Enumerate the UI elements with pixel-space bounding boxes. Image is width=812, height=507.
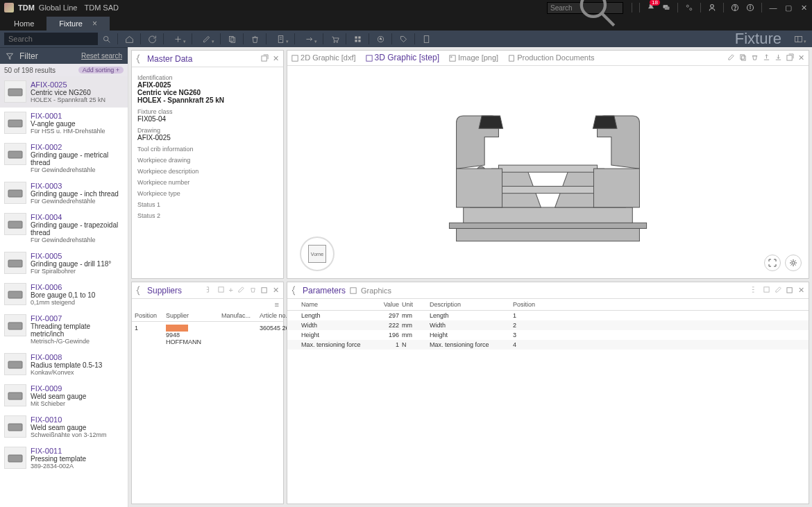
graphics-tab[interactable]: Graphics xyxy=(361,286,391,295)
tree-icon[interactable] xyxy=(751,286,759,293)
tab-image[interactable]: Image [png] xyxy=(449,53,498,62)
download-icon[interactable] xyxy=(775,53,782,61)
item-sub: HOLEX - Spannkraft 25 kN xyxy=(31,96,124,103)
popout-icon[interactable] xyxy=(261,286,269,293)
item-thumb xyxy=(4,415,26,438)
item-code: AFIX-0025 xyxy=(31,80,124,89)
tree-icon[interactable] xyxy=(205,286,213,293)
nav-icon[interactable] xyxy=(217,286,225,293)
fullscreen-button[interactable] xyxy=(764,255,781,271)
table-row[interactable]: Length 297 mm Length 1 xyxy=(287,311,809,320)
list-item[interactable]: FIX-0010 Weld seam gauge Schweißnähte vo… xyxy=(0,411,128,442)
edit-icon[interactable] xyxy=(775,286,782,293)
list-item[interactable]: AFIX-0025 Centric vice NG260 HOLEX - Spa… xyxy=(0,76,128,108)
upload-icon[interactable] xyxy=(763,53,770,61)
document-tabs: Home Fixture × xyxy=(0,15,812,31)
table-row[interactable]: Height 196 mm Height 3 xyxy=(287,330,809,340)
list-item[interactable]: FIX-0003 Grinding gauge - inch thread Fü… xyxy=(0,178,128,209)
results-list[interactable]: AFIX-0025 Centric vice NG260 HOLEX - Spa… xyxy=(0,76,128,507)
edit-button[interactable] xyxy=(196,32,216,46)
add-sorting-button[interactable]: Add sorting + xyxy=(78,67,124,74)
list-item[interactable]: FIX-0009 Weld seam gauge Mit Schieber xyxy=(0,380,128,411)
panel-close-icon[interactable]: ✕ xyxy=(798,286,804,295)
refresh-button[interactable] xyxy=(145,32,159,46)
nav-icon[interactable] xyxy=(763,286,770,293)
settings-icon[interactable] xyxy=(685,3,693,12)
panel-close-icon[interactable]: ✕ xyxy=(273,286,279,295)
3d-viewport[interactable]: Vorne xyxy=(287,66,809,278)
global-search[interactable]: Search xyxy=(547,2,623,14)
list-item[interactable]: FIX-0006 Bore gauge 0,1 to 10 0,1mm stei… xyxy=(0,279,128,310)
list-item[interactable]: FIX-0011 Pressing template 389-2834-002A xyxy=(0,442,128,474)
close-button[interactable]: ✕ xyxy=(800,3,808,12)
list-item[interactable]: FIX-0004 Grinding gauge - trapezoidal th… xyxy=(0,209,128,248)
user-icon[interactable] xyxy=(708,3,716,12)
doc-button[interactable] xyxy=(271,32,290,46)
table-row[interactable]: Width 222 mm Width 2 xyxy=(287,320,809,330)
col-manufac[interactable]: Manufac... xyxy=(221,312,260,319)
minimize-button[interactable]: — xyxy=(769,3,777,12)
master-data-panel: Master Data ✕ IdentificationAFIX-0025Cen… xyxy=(131,50,284,279)
info-icon[interactable] xyxy=(746,3,754,12)
notifications-button[interactable]: 18 xyxy=(647,3,655,12)
popout-icon[interactable] xyxy=(786,286,794,293)
col-name[interactable]: Name xyxy=(301,301,364,308)
col-position[interactable]: Position xyxy=(135,312,166,319)
layout-button[interactable] xyxy=(788,32,808,46)
parameters-title[interactable]: Parameters xyxy=(303,286,346,295)
share-button[interactable] xyxy=(299,32,319,46)
col-supplier[interactable]: Supplier xyxy=(166,312,221,319)
add-button[interactable] xyxy=(168,32,187,46)
tab-3d[interactable]: 3D Graphic [step] xyxy=(366,53,439,62)
tab-2d[interactable]: 2D Graphic [dxf] xyxy=(291,53,356,62)
trash-icon[interactable] xyxy=(249,286,257,293)
grid-button[interactable] xyxy=(350,32,364,46)
view-cube[interactable]: Vorne xyxy=(300,237,335,271)
add-icon[interactable]: + xyxy=(229,286,233,295)
delete-button[interactable] xyxy=(248,32,262,46)
list-item[interactable]: FIX-0001 V-angle gauge Für HSS u. HM-Dre… xyxy=(0,108,128,139)
field-value: HOLEX - Spannkraft 25 kN xyxy=(137,96,278,104)
list-item[interactable]: FIX-0002 Grinding gauge - metrical threa… xyxy=(0,139,128,178)
compass-button[interactable] xyxy=(373,32,387,46)
popout-icon[interactable] xyxy=(786,53,794,61)
popout-icon[interactable] xyxy=(261,54,269,62)
reset-search-link[interactable]: Reset search xyxy=(81,52,122,60)
tab-home[interactable]: Home xyxy=(1,17,46,31)
tag-button[interactable] xyxy=(396,32,410,46)
col-unit[interactable]: Unit xyxy=(402,301,430,308)
list-item[interactable]: FIX-0007 Threading template metric/inch … xyxy=(0,310,128,349)
tab-fixture[interactable]: Fixture × xyxy=(46,17,110,31)
chat-icon[interactable] xyxy=(662,3,670,12)
copy-button[interactable] xyxy=(225,32,239,46)
list-item[interactable]: FIX-0005 Grinding gauge - drill 118° Für… xyxy=(0,248,128,279)
col-pos[interactable]: Position xyxy=(513,301,555,308)
help-icon[interactable] xyxy=(731,3,739,12)
edit-icon[interactable] xyxy=(237,286,245,293)
item-sub: 389-2834-002A xyxy=(31,463,124,470)
toolbar-search-go[interactable] xyxy=(99,32,113,46)
list-item[interactable]: FIX-0008 Radius template 0.5-13 Konkav/K… xyxy=(0,349,128,380)
tab-close-icon[interactable]: × xyxy=(92,19,97,28)
col-desc[interactable]: Description xyxy=(430,301,513,308)
svg-rect-58 xyxy=(457,169,502,207)
page-button[interactable] xyxy=(419,32,433,46)
table-row[interactable]: Max. tensioning force 1 N Max. tensionin… xyxy=(287,340,809,350)
toolbar-search[interactable] xyxy=(4,33,98,45)
list-mode-icon[interactable]: ≡ xyxy=(132,299,283,310)
tab-docs[interactable]: Production Documents xyxy=(508,53,594,62)
home-button[interactable] xyxy=(122,32,136,46)
item-name: Bore gauge 0,1 to 10 xyxy=(31,291,124,299)
maximize-button[interactable]: ▢ xyxy=(784,3,793,12)
svg-rect-45 xyxy=(366,55,371,61)
panel-close-icon[interactable]: ✕ xyxy=(273,54,279,63)
copy-icon[interactable] xyxy=(739,53,747,61)
svg-rect-29 xyxy=(795,36,802,42)
panel-close-icon[interactable]: ✕ xyxy=(798,53,804,62)
edit-icon[interactable] xyxy=(727,53,735,61)
trash-icon[interactable] xyxy=(751,53,759,61)
col-value[interactable]: Value xyxy=(364,301,402,308)
table-row[interactable]: 1 9948HOFFMANN 360545 260 xyxy=(132,322,283,348)
view-settings-button[interactable] xyxy=(785,255,802,271)
cart-button[interactable] xyxy=(328,32,341,46)
